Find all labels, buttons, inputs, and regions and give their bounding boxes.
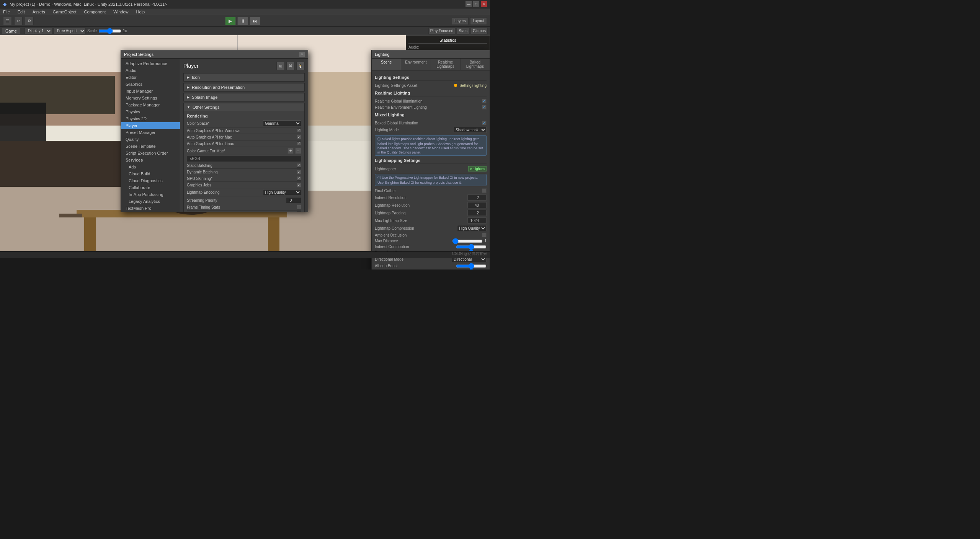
menu-component[interactable]: Component bbox=[82, 10, 107, 14]
icon-section-header[interactable]: ▶ Icon bbox=[184, 74, 304, 81]
svg-rect-17 bbox=[268, 217, 279, 256]
ps-player[interactable]: Player bbox=[121, 122, 180, 129]
linux-icon[interactable]: 🐧 bbox=[296, 62, 305, 70]
step-button[interactable]: ⏭ bbox=[250, 17, 260, 25]
indirect-contribution-slider[interactable] bbox=[456, 245, 487, 249]
baked-gi-checkbox[interactable] bbox=[482, 121, 487, 125]
windows-icon[interactable]: ⊞ bbox=[276, 62, 285, 70]
toolbar: ☰ ↩ ⚙ ▶ ⏸ ⏭ Layers Layout bbox=[0, 15, 490, 27]
color-gamut-add[interactable]: + bbox=[287, 148, 294, 154]
toolbar-menu-button[interactable]: ☰ bbox=[3, 17, 12, 25]
realtime-gi-checkbox[interactable] bbox=[482, 99, 487, 103]
menu-assets[interactable]: Assets bbox=[31, 10, 47, 14]
ps-ads[interactable]: Ads bbox=[121, 163, 180, 170]
scale-slider[interactable] bbox=[98, 28, 121, 34]
window-controls[interactable]: — □ × bbox=[466, 1, 487, 7]
static-batching-checkbox[interactable] bbox=[297, 163, 301, 168]
splash-header[interactable]: ▶ Splash Image bbox=[184, 93, 304, 101]
dynamic-batching-checkbox[interactable] bbox=[297, 170, 301, 174]
max-distance-slider[interactable] bbox=[452, 239, 483, 243]
display-select[interactable]: Display 1 bbox=[24, 28, 52, 34]
lightmap-encoding-select[interactable]: High QualityNormal Quality bbox=[263, 189, 301, 195]
toolbar-settings-button[interactable]: ⚙ bbox=[25, 17, 34, 25]
lighting-mode-select[interactable]: Shadowmask Baked Indirect Subtractive bbox=[454, 127, 487, 133]
resolution-arrow: ▶ bbox=[187, 85, 189, 89]
layout-button[interactable]: Layout bbox=[470, 17, 487, 25]
frame-timing-checkbox[interactable] bbox=[297, 205, 301, 209]
auto-graphics-mac-checkbox[interactable] bbox=[297, 135, 301, 139]
tab-scene[interactable]: Scene bbox=[372, 59, 401, 70]
ps-audio[interactable]: Audio bbox=[121, 67, 180, 74]
menu-gameobject[interactable]: GameObject bbox=[51, 10, 78, 14]
color-gamut-remove[interactable]: − bbox=[295, 148, 301, 154]
ps-close-button[interactable]: × bbox=[299, 52, 305, 57]
ps-preset-manager[interactable]: Preset Manager bbox=[121, 129, 180, 136]
realtime-env-checkbox[interactable] bbox=[482, 105, 487, 109]
max-lightmap-input[interactable] bbox=[467, 217, 487, 224]
ps-cloud-build[interactable]: Cloud Build bbox=[121, 170, 180, 177]
game-tab[interactable]: Game bbox=[2, 28, 20, 34]
ps-services[interactable]: Services bbox=[121, 157, 180, 163]
lightmap-resolution-input[interactable] bbox=[467, 202, 487, 208]
tab-baked-lightmaps[interactable]: Baked Lightmaps bbox=[461, 59, 490, 70]
streaming-priority-row: Streaming Priority bbox=[187, 196, 301, 204]
toolbar-undo-button[interactable]: ↩ bbox=[14, 17, 23, 25]
ps-legacy-analytics[interactable]: Legacy Analytics bbox=[121, 198, 180, 205]
ps-collaborate[interactable]: Collaborate bbox=[121, 184, 180, 191]
menu-file[interactable]: File bbox=[2, 10, 11, 14]
play-focused-button[interactable]: Play Focused bbox=[428, 28, 456, 34]
gpu-skinning-checkbox[interactable] bbox=[297, 176, 301, 181]
ps-script-execution[interactable]: Script Execution Order bbox=[121, 150, 180, 157]
ao-checkbox[interactable] bbox=[482, 233, 487, 237]
ps-memory-settings[interactable]: Memory Settings bbox=[121, 95, 180, 101]
lightmap-compression-select[interactable]: High QualityNormal bbox=[457, 225, 487, 231]
ps-scene-template[interactable]: Scene Template bbox=[121, 143, 180, 150]
auto-graphics-linux-label: Auto Graphics API for Linux bbox=[187, 142, 297, 146]
final-gather-label: Final Gather bbox=[375, 189, 482, 193]
ps-editor[interactable]: Editor bbox=[121, 74, 180, 81]
auto-graphics-windows-checkbox[interactable] bbox=[297, 128, 301, 133]
menu-window[interactable]: Window bbox=[112, 10, 130, 14]
ps-package-manager[interactable]: Package Manager bbox=[121, 101, 180, 108]
layers-button[interactable]: Layers bbox=[452, 17, 469, 25]
menu-help[interactable]: Help bbox=[134, 10, 146, 14]
resolution-header[interactable]: ▶ Resolution and Presentation bbox=[184, 83, 304, 91]
maximize-button[interactable]: □ bbox=[473, 1, 479, 7]
lightmap-padding-input[interactable] bbox=[467, 210, 487, 216]
static-batching-row: Static Batching bbox=[187, 162, 301, 169]
mixed-lighting-title: Mixed Lighting bbox=[375, 113, 487, 118]
ps-physics[interactable]: Physics bbox=[121, 108, 180, 115]
close-button[interactable]: × bbox=[481, 1, 487, 7]
mac-icon[interactable]: ⌘ bbox=[286, 62, 295, 70]
final-gather-checkbox[interactable] bbox=[482, 188, 487, 193]
graphics-jobs-checkbox[interactable] bbox=[297, 183, 301, 187]
pause-button[interactable]: ⏸ bbox=[237, 17, 248, 25]
ps-adaptive-performance[interactable]: Adaptive Performance bbox=[121, 60, 180, 67]
indirect-resolution-input[interactable] bbox=[467, 194, 487, 201]
play-button[interactable]: ▶ bbox=[225, 17, 236, 25]
tab-environment[interactable]: Environment bbox=[401, 59, 431, 70]
player-platform-icons: ⊞ ⌘ 🐧 bbox=[276, 62, 305, 70]
ps-textmesh-pro[interactable]: TextMesh Pro bbox=[121, 205, 180, 212]
aspect-select[interactable]: Free Aspect bbox=[54, 28, 86, 34]
other-settings-header[interactable]: ▼ Other Settings bbox=[184, 103, 304, 111]
opengl-profiler-label: OpenGL: Profiler GPU Recorders bbox=[187, 212, 297, 212]
menu-edit[interactable]: Edit bbox=[16, 10, 26, 14]
auto-graphics-mac-row: Auto Graphics API for Mac bbox=[187, 134, 301, 140]
ps-input-manager[interactable]: Input Manager bbox=[121, 88, 180, 95]
auto-graphics-linux-checkbox[interactable] bbox=[297, 141, 301, 146]
albedo-boost-slider[interactable] bbox=[456, 264, 487, 268]
stats-button[interactable]: Stats bbox=[457, 28, 469, 34]
ps-in-app-purchasing[interactable]: In-App Purchasing bbox=[121, 191, 180, 198]
ps-graphics[interactable]: Graphics bbox=[121, 81, 180, 88]
color-space-select[interactable]: GammaLinear bbox=[263, 120, 301, 126]
opengl-profiler-checkbox[interactable] bbox=[297, 211, 301, 212]
ps-quality[interactable]: Quality bbox=[121, 136, 180, 143]
minimize-button[interactable]: — bbox=[466, 1, 472, 7]
ps-physics2d[interactable]: Physics 2D bbox=[121, 115, 180, 122]
gizmos-button[interactable]: Gizmos bbox=[471, 28, 488, 34]
ps-cloud-diagnostics[interactable]: Cloud Diagnostics bbox=[121, 177, 180, 184]
albedo-boost-row: Albedo Boost bbox=[375, 263, 487, 269]
streaming-priority-input[interactable] bbox=[286, 197, 301, 203]
tab-realtime-lightmaps[interactable]: Realtime Lightmaps bbox=[431, 59, 461, 70]
